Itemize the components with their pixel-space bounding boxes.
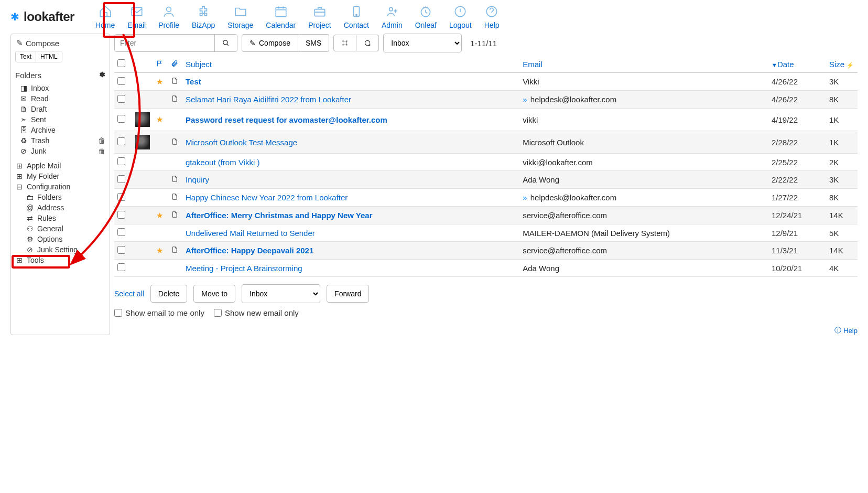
table-row[interactable]: Undelivered Mail Returned to Sender MAIL… xyxy=(114,224,858,242)
tree-apple-mail[interactable]: ⊞Apple Mail xyxy=(15,160,105,171)
nav-logout[interactable]: Logout xyxy=(449,4,472,29)
nav-admin[interactable]: Admin xyxy=(382,4,403,29)
nav-help[interactable]: Help xyxy=(484,4,500,29)
svg-point-10 xyxy=(223,40,227,45)
message-subject[interactable]: Happy Chinese New Year 2022 from Lookaft… xyxy=(186,193,348,202)
settings-button[interactable] xyxy=(333,35,356,51)
table-row[interactable]: Microsoft Outlook Test Message Microsoft… xyxy=(114,131,858,154)
col-subject[interactable]: Subject xyxy=(182,56,519,73)
show-new-email-toggle[interactable]: Show new email only xyxy=(214,308,299,317)
table-row[interactable]: Inquiry Ada Wong 2/22/22 3K xyxy=(114,171,858,189)
tree-tools[interactable]: ⊞Tools xyxy=(15,255,105,265)
message-size: 14K xyxy=(826,207,858,224)
forward-button[interactable]: Forward xyxy=(327,285,369,303)
row-checkbox[interactable] xyxy=(117,95,125,103)
col-email[interactable]: Email xyxy=(519,56,768,73)
row-checkbox[interactable] xyxy=(117,157,125,165)
tree-rules[interactable]: ⇄Rules xyxy=(15,213,105,223)
delete-button[interactable]: Delete xyxy=(150,285,187,303)
nav-bizapp[interactable]: BizApp xyxy=(192,4,215,29)
refresh-button[interactable] xyxy=(356,35,379,51)
folder-read[interactable]: ✉Read xyxy=(15,93,105,104)
nav-project[interactable]: Project xyxy=(308,4,331,29)
folder-archive[interactable]: 🗄Archive xyxy=(15,125,105,135)
table-row[interactable]: ★ Password reset request for avomaster@l… xyxy=(114,109,858,131)
svg-point-5 xyxy=(356,14,357,15)
table-row[interactable]: gtakeout (from Vikki ) vikki@lookafter.c… xyxy=(114,154,858,171)
table-row[interactable]: ★ AfterOffice: Happy Deepavali 2021 serv… xyxy=(114,242,858,260)
move-to-select[interactable]: Inbox xyxy=(242,284,320,303)
folder-junk[interactable]: ⊘Junk🗑 xyxy=(15,146,105,156)
row-checkbox[interactable] xyxy=(117,228,125,236)
message-subject[interactable]: Undelivered Mail Returned to Sender xyxy=(186,229,315,238)
nav-calendar[interactable]: Calendar xyxy=(266,4,296,29)
message-subject[interactable]: AfterOffice: Happy Deepavali 2021 xyxy=(186,246,313,255)
show-email-to-me-toggle[interactable]: Show email to me only xyxy=(114,308,204,317)
message-subject[interactable]: Microsoft Outlook Test Message xyxy=(186,138,297,147)
nav-home[interactable]: Home xyxy=(95,4,115,29)
row-checkbox[interactable] xyxy=(117,115,125,123)
nav-onleaf[interactable]: Onleaf xyxy=(415,4,437,29)
compose-text-button[interactable]: Text xyxy=(16,51,36,62)
message-subject[interactable]: Password reset request for avomaster@loo… xyxy=(186,115,387,124)
table-row[interactable]: ★ Test Vikki 4/26/22 3K xyxy=(114,73,858,91)
select-all-link[interactable]: Select all xyxy=(114,290,144,298)
col-date[interactable]: ▼Date xyxy=(768,56,826,73)
sms-button[interactable]: SMS xyxy=(298,34,329,52)
row-checkbox[interactable] xyxy=(117,246,125,254)
table-row[interactable]: Meeting - Project A Brainstorming Ada Wo… xyxy=(114,260,858,277)
trash-icon[interactable]: 🗑 xyxy=(98,136,105,145)
admin-icon xyxy=(385,4,399,19)
compose-link[interactable]: ✎ Compose xyxy=(15,38,105,48)
message-subject[interactable]: Selamat Hari Raya Aidilfitri 2022 from L… xyxy=(186,95,351,104)
nav-storage[interactable]: Storage xyxy=(227,4,253,29)
row-checkbox[interactable] xyxy=(117,211,125,219)
col-size[interactable]: Size ⚡ xyxy=(826,56,858,73)
folders-gear-icon[interactable] xyxy=(98,71,105,80)
message-subject[interactable]: Meeting - Project A Brainstorming xyxy=(186,264,302,273)
message-subject[interactable]: Test xyxy=(186,77,201,86)
table-row[interactable]: Happy Chinese New Year 2022 from Lookaft… xyxy=(114,189,858,207)
message-subject[interactable]: AfterOffice: Merry Christmas and Happy N… xyxy=(186,211,373,220)
star-icon[interactable]: ★ xyxy=(156,115,163,124)
table-row[interactable]: Selamat Hari Raya Aidilfitri 2022 from L… xyxy=(114,91,858,109)
col-attachment[interactable] xyxy=(168,56,182,73)
row-checkbox[interactable] xyxy=(117,137,125,145)
help-link[interactable]: ⓘ Help xyxy=(114,326,858,335)
tree-folders[interactable]: 🗀Folders xyxy=(15,192,105,202)
tree-junk-setting[interactable]: ⊘Junk Setting xyxy=(15,244,105,255)
search-button[interactable] xyxy=(214,35,237,51)
tree-options[interactable]: ⚙Options xyxy=(15,234,105,244)
col-flag[interactable] xyxy=(153,56,168,73)
nav-profile[interactable]: Profile xyxy=(158,4,179,29)
folder-draft[interactable]: 🗎Draft xyxy=(15,104,105,114)
trash-icon[interactable]: 🗑 xyxy=(98,147,105,155)
tree-address[interactable]: @Address xyxy=(15,202,105,213)
nav-email[interactable]: Email xyxy=(127,4,146,29)
compose-button[interactable]: ✎ Compose xyxy=(242,34,298,52)
message-sender: Ada Wong xyxy=(519,260,768,277)
star-icon[interactable]: ★ xyxy=(156,246,163,255)
message-subject[interactable]: gtakeout (from Vikki ) xyxy=(186,158,259,167)
message-size: 1K xyxy=(826,131,858,154)
tree-my-folder[interactable]: ⊞My Folder xyxy=(15,171,105,181)
move-to-button[interactable]: Move to xyxy=(193,285,235,303)
message-subject[interactable]: Inquiry xyxy=(186,175,209,184)
folder-inbox[interactable]: ◨Inbox xyxy=(15,83,105,93)
folder-trash[interactable]: ♻Trash🗑 xyxy=(15,135,105,146)
table-row[interactable]: ★ AfterOffice: Merry Christmas and Happy… xyxy=(114,207,858,224)
star-icon[interactable]: ★ xyxy=(156,77,163,86)
row-checkbox[interactable] xyxy=(117,193,125,201)
folder-select[interactable]: Inbox xyxy=(383,34,462,52)
row-checkbox[interactable] xyxy=(117,263,125,271)
tree-configuration[interactable]: ⊟Configuration xyxy=(15,181,105,192)
tree-general[interactable]: ⚇General xyxy=(15,223,105,234)
select-all-checkbox[interactable] xyxy=(117,59,125,67)
star-icon[interactable]: ★ xyxy=(156,211,163,220)
filter-input[interactable] xyxy=(115,35,214,51)
compose-html-button[interactable]: HTML xyxy=(36,51,62,62)
nav-contact[interactable]: Contact xyxy=(344,4,369,29)
row-checkbox[interactable] xyxy=(117,175,125,183)
folder-sent[interactable]: ➣Sent xyxy=(15,114,105,125)
row-checkbox[interactable] xyxy=(117,77,125,85)
